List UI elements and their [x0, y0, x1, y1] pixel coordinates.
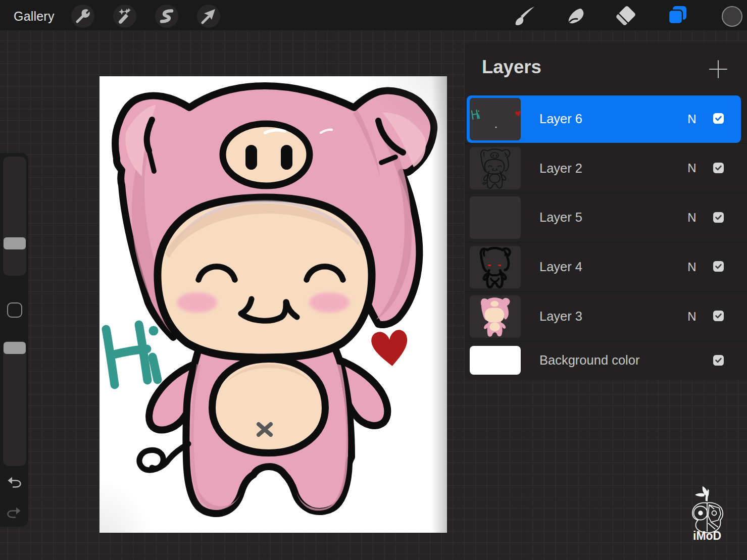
- svg-text:iMoD: iMoD: [693, 529, 721, 542]
